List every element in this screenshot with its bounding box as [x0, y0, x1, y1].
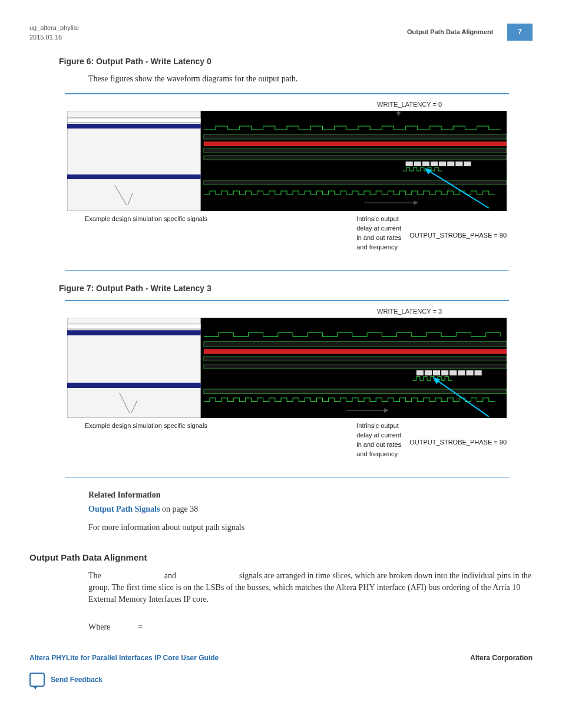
svg-rect-14	[455, 162, 462, 166]
figure-6-intro: These figures show the waveform diagrams…	[88, 73, 533, 85]
svg-rect-40	[466, 371, 473, 376]
page-footer: Altera PHYLite for Parallel Interfaces I…	[29, 653, 533, 663]
figure-6-title: Figure 6: Output Path - Write Latency 0	[59, 55, 533, 67]
footer-company: Altera Corporation	[470, 653, 533, 663]
svg-rect-28	[67, 331, 201, 336]
doc-id: ug_altera_phylite	[29, 24, 79, 33]
svg-rect-36	[433, 371, 440, 376]
svg-rect-5	[204, 141, 507, 146]
send-feedback-link[interactable]: Send Feedback	[29, 673, 533, 687]
svg-rect-34	[416, 371, 424, 376]
fig6-left-annotation: Example design simulation specific signa…	[85, 215, 208, 252]
related-desc: For more information about output path s…	[88, 522, 533, 533]
svg-rect-43	[204, 390, 507, 394]
fig7-left-annotation: Example design simulation specific signa…	[85, 421, 208, 459]
svg-rect-16	[67, 174, 201, 179]
svg-rect-41	[475, 371, 482, 376]
link-suffix: on page 38	[160, 505, 198, 513]
svg-rect-37	[441, 371, 448, 376]
figure-7-title: Figure 7: Output Path - Write Latency 3	[59, 282, 533, 294]
svg-rect-8	[406, 162, 413, 166]
svg-rect-32	[204, 357, 507, 361]
doc-date: 2015.01.16	[29, 33, 79, 42]
svg-rect-15	[464, 162, 471, 166]
svg-rect-2	[67, 124, 201, 129]
svg-rect-38	[449, 371, 457, 376]
figure-6-box: WRITE_LATENCY = 0	[65, 93, 509, 271]
page-number-badge: 7	[507, 24, 533, 41]
waveform-fig6	[67, 111, 507, 211]
svg-rect-7	[204, 156, 507, 160]
svg-rect-11	[431, 162, 438, 166]
svg-rect-42	[67, 383, 201, 388]
related-info-heading: Related Information	[88, 489, 533, 501]
figure-7-box: WRITE_LATENCY = 3	[65, 300, 509, 477]
svg-rect-6	[204, 149, 507, 153]
fig6-top-label: WRITE_LATENCY = 0	[377, 100, 442, 110]
svg-rect-9	[414, 162, 421, 166]
fig7-top-label: WRITE_LATENCY = 3	[377, 307, 442, 317]
svg-rect-30	[204, 342, 507, 347]
fig7-center-annotation: Intrinsic output delay at current in and…	[356, 421, 404, 459]
footer-doc-title[interactable]: Altera PHYLite for Parallel Interfaces I…	[29, 653, 219, 663]
output-path-signals-link[interactable]: Output Path Signals	[88, 505, 160, 513]
section-heading: Output Path Data Alignment	[29, 551, 533, 564]
svg-rect-39	[458, 371, 465, 376]
fig7-right-annotation: OUTPUT_STROBE_PHASE = 90	[409, 421, 507, 459]
where-line: Where =	[88, 621, 533, 633]
header-section-title: Output Path Data Alignment	[407, 28, 493, 37]
svg-rect-17	[204, 180, 507, 185]
fig6-center-annotation: Intrinsic output delay at current in and…	[356, 215, 404, 252]
svg-rect-35	[425, 371, 432, 376]
svg-rect-10	[422, 162, 429, 166]
svg-rect-33	[204, 364, 507, 368]
svg-rect-4	[204, 134, 507, 139]
feedback-label: Send Feedback	[51, 675, 103, 685]
svg-rect-12	[439, 162, 446, 166]
fig6-right-annotation: OUTPUT_STROBE_PHASE = 90	[409, 215, 507, 252]
section-paragraph: The and signals are arranged in time sli…	[88, 570, 533, 606]
svg-rect-31	[204, 350, 507, 355]
svg-rect-13	[447, 162, 454, 166]
page-header: ug_altera_phylite 2015.01.16 Output Path…	[29, 24, 533, 42]
comment-icon	[29, 673, 45, 687]
waveform-fig7	[67, 318, 507, 418]
